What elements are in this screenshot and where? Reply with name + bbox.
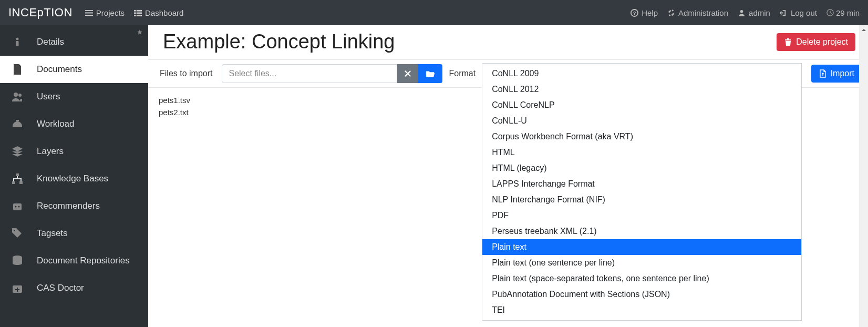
sidebar-item-label: Layers	[37, 146, 64, 157]
nav-left: Projects Dashboard	[85, 8, 184, 17]
close-icon	[404, 70, 411, 77]
page-header: Example: Concept Linking Delete project	[148, 25, 868, 59]
scroll-up-icon[interactable]	[859, 25, 868, 34]
format-option[interactable]: CoNLL 2009	[482, 66, 801, 81]
format-option[interactable]: Corpus Workbench Format (aka VRT)	[482, 129, 801, 145]
sidebar-item-document-repositories[interactable]: Document Repositories	[0, 247, 148, 274]
file-clear-button[interactable]	[397, 64, 418, 83]
svg-point-19	[15, 206, 17, 208]
svg-rect-5	[137, 15, 142, 16]
format-option[interactable]: PubAnnotation Document with Sections (JS…	[482, 287, 801, 302]
format-option[interactable]: CoNLL-U	[482, 113, 801, 129]
format-option[interactable]: NLP Interchange Format (NIF)	[482, 192, 801, 208]
format-option[interactable]: CoNLL CoreNLP	[482, 97, 801, 113]
layers-icon	[7, 145, 27, 158]
format-option[interactable]: Plain text (space-separated tokens, one …	[482, 271, 801, 287]
nav-user-label: admin	[749, 8, 770, 17]
format-option[interactable]: Plain text	[482, 239, 801, 255]
sidebar-item-knowledge-bases[interactable]: Knowledge Bases	[0, 165, 148, 192]
sidebar-item-label: CAS Doctor	[37, 283, 84, 293]
sidebar-item-label: Details	[37, 37, 64, 47]
sidebar-item-label: Users	[37, 91, 60, 102]
sidebar-item-recommenders[interactable]: Recommenders	[0, 192, 148, 220]
bars-icon	[85, 9, 93, 17]
nav-dashboard[interactable]: Dashboard	[134, 8, 183, 17]
import-toolbar: Files to import Select files... Format C…	[148, 59, 868, 88]
file-browse-button[interactable]	[418, 64, 442, 83]
sidebar-item-workload[interactable]: Workload	[0, 110, 148, 138]
upload-icon	[819, 69, 827, 78]
tags-icon	[7, 227, 27, 240]
user-icon	[738, 9, 746, 17]
file-select-group: Select files...	[222, 64, 442, 83]
nav-administration-label: Administration	[678, 8, 728, 17]
pin-icon[interactable]	[137, 29, 143, 37]
format-option[interactable]: LAPPS Interchange Format	[482, 176, 801, 192]
format-option[interactable]: Plain text (one sentence per line)	[482, 255, 801, 271]
format-option[interactable]: HTML	[482, 145, 801, 160]
sidebar-item-documents[interactable]: Documents	[0, 56, 148, 83]
svg-rect-18	[13, 203, 22, 210]
svg-rect-1	[137, 9, 142, 11]
format-select[interactable]: CoNLL 2009CoNLL 2012CoNLL CoreNLPCoNLL-U…	[482, 63, 802, 84]
import-button-label: Import	[831, 69, 854, 78]
database-icon	[7, 254, 27, 267]
nav-administration[interactable]: Administration	[667, 8, 728, 17]
file-input[interactable]: Select files...	[222, 64, 397, 83]
sidebar: DetailsDocumentsUsersWorkloadLayersKnowl…	[0, 25, 148, 327]
svg-point-13	[14, 93, 18, 97]
info-icon	[7, 36, 27, 48]
trash-icon	[784, 38, 792, 46]
page-scrollbar[interactable]	[859, 25, 868, 327]
svg-point-21	[14, 230, 15, 231]
svg-point-8	[740, 9, 743, 13]
hardhat-icon	[7, 118, 27, 130]
folder-open-icon	[426, 69, 435, 78]
svg-rect-3	[137, 12, 142, 14]
nav-dashboard-label: Dashboard	[145, 8, 183, 17]
nav-projects[interactable]: Projects	[85, 8, 125, 17]
logout-icon	[780, 9, 788, 17]
nav-projects-label: Projects	[96, 8, 125, 17]
svg-point-14	[18, 94, 22, 97]
top-navbar: INCEpTION Projects Dashboard ? Help Admi…	[0, 0, 868, 25]
sidebar-item-cas-doctor[interactable]: CAS Doctor	[0, 274, 148, 302]
format-option[interactable]: HTML (legacy)	[482, 160, 801, 176]
svg-rect-16	[12, 181, 15, 184]
users-icon	[7, 90, 27, 103]
nav-user[interactable]: admin	[738, 8, 770, 17]
main-content: Example: Concept Linking Delete project …	[148, 25, 868, 327]
brand-logo[interactable]: INCEpTION	[8, 6, 73, 19]
nav-logout[interactable]: Log out	[780, 8, 817, 17]
delete-project-button[interactable]: Delete project	[777, 33, 855, 51]
robot-icon	[7, 200, 27, 212]
sidebar-item-label: Documents	[37, 64, 82, 75]
format-option[interactable]: PDF	[482, 208, 801, 223]
tools-icon	[667, 9, 675, 17]
format-option[interactable]: TEI	[482, 302, 801, 318]
svg-point-20	[18, 206, 20, 208]
document-icon	[7, 63, 27, 76]
medkit-icon	[7, 282, 27, 294]
sidebar-item-details[interactable]: Details	[0, 28, 148, 56]
sidebar-item-users[interactable]: Users	[0, 83, 148, 110]
nav-right: ? Help Administration admin Log out 29 m…	[631, 8, 860, 17]
format-option[interactable]: Perseus treebank XML (2.1)	[482, 223, 801, 239]
nav-help[interactable]: ? Help	[631, 8, 658, 17]
sidebar-item-label: Workload	[37, 119, 75, 129]
svg-text:?: ?	[633, 11, 636, 16]
format-dropdown[interactable]: CoNLL 2009CoNLL 2012CoNLL CoreNLPCoNLL-U…	[482, 63, 802, 321]
svg-rect-15	[16, 173, 19, 176]
svg-point-11	[16, 38, 19, 40]
sidebar-item-layers[interactable]: Layers	[0, 138, 148, 165]
clock-icon	[826, 9, 834, 16]
import-button[interactable]: Import	[811, 65, 862, 83]
page-title: Example: Concept Linking	[163, 30, 777, 53]
svg-rect-0	[134, 9, 136, 11]
format-option[interactable]: CoNLL 2012	[482, 81, 801, 97]
svg-rect-17	[19, 181, 23, 184]
sidebar-item-tagsets[interactable]: Tagsets	[0, 220, 148, 247]
format-label: Format	[449, 69, 476, 78]
delete-project-label: Delete project	[796, 37, 848, 47]
sidebar-item-label: Tagsets	[37, 228, 68, 239]
